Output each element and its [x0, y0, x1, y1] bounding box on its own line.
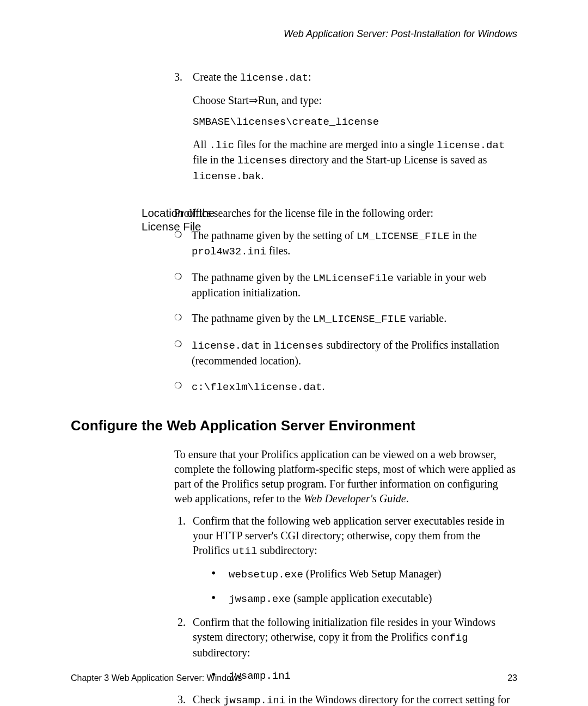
step3-lead: Create the license.dat:	[193, 70, 517, 86]
step3-run-line: Choose Start⇒Run, and type:	[193, 93, 517, 108]
step3-merge: All .lic files for the machine are merge…	[193, 137, 517, 184]
configure-intro: To ensure that your Prolifics applicatio…	[174, 447, 517, 506]
location-block: Prolifics searches for the license file …	[174, 206, 517, 395]
list-item: Confirm that the following web applicati…	[188, 514, 517, 606]
list-item: license.dat in licenses subdirectory of …	[174, 338, 517, 368]
list-item: The pathname given by the LM_LICENSE_FIL…	[174, 311, 517, 327]
list-item: c:\flexlm\license.dat.	[174, 379, 517, 395]
step3-block: 3. Create the license.dat: Choose Start⇒…	[174, 70, 517, 191]
list-item: websetup.exe (Prolifics Web Setup Manage…	[211, 567, 517, 582]
footer-chapter: Chapter 3 Web Application Server: Window…	[71, 672, 242, 684]
list-item: The pathname given by the setting of LM_…	[174, 228, 517, 259]
section-heading: Configure the Web Application Server Env…	[71, 416, 517, 435]
list-item: jwsamp.exe (sample application executabl…	[211, 591, 517, 607]
step3-number: 3.	[174, 70, 188, 191]
list-item: Check jwsamp.ini in the Windows director…	[188, 692, 517, 706]
exec-list: websetup.exe (Prolifics Web Setup Manage…	[193, 567, 517, 606]
page: Web Application Server: Post-Installatio…	[0, 0, 588, 706]
step3-cmd: SMBASE\licenses\create_license	[193, 115, 517, 130]
list-item: The pathname given by the LMLicenseFile …	[174, 270, 517, 301]
location-list: The pathname given by the setting of LM_…	[174, 228, 517, 395]
running-header: Web Application Server: Post-Installatio…	[71, 27, 517, 40]
page-footer: Chapter 3 Web Application Server: Window…	[71, 672, 517, 684]
footer-page-number: 23	[507, 672, 517, 684]
